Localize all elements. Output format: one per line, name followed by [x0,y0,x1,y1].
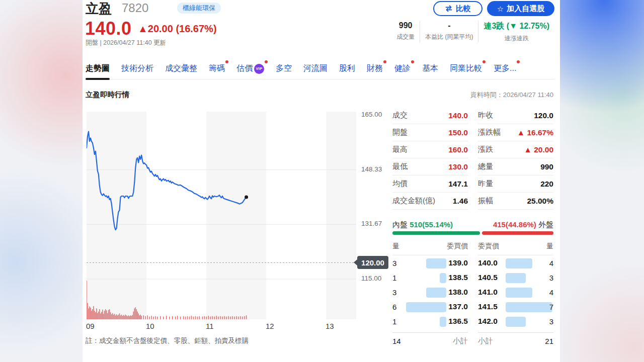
volume-bar [99,309,100,319]
stat-row: 昨收120.0 [478,107,553,124]
volume-bar [195,316,196,319]
stat-value: 130.0 [448,162,468,171]
ask-row[interactable]: 140.04 [478,256,553,271]
tab-item[interactable]: 財務 [367,58,383,79]
stat-row: 成交140.0 [392,107,468,124]
volume-bar [166,316,167,319]
volume-bar [100,313,101,319]
volume-bar [116,314,117,319]
volume-bar [139,315,140,319]
stat-row: 漲跌幅▲ 16.67% [478,124,553,141]
hour-band [266,112,326,319]
volume-bar [132,315,133,320]
stat-value: 150.0 [448,128,468,137]
ask-depth-bar [506,317,526,327]
tab-label: 成交彙整 [165,63,197,74]
intraday-chart[interactable]: 120.00 165.00148.33131.67115.00091011121… [87,112,401,335]
ask-row[interactable]: 141.57 [478,300,553,315]
volume-bar [149,317,150,319]
bid-row[interactable]: 1138.5 [392,271,468,286]
volume-bar [117,315,118,319]
inner-outer-header: 內盤 510(55.14%) 415(44.86%) 外盤 [392,220,553,230]
prev-close-tag: 120.00 [357,256,388,269]
volume-bar [103,314,104,319]
y-axis-tick: 165.00 [361,111,382,118]
inner-label: 內盤 [392,220,408,229]
tab-item[interactable]: 健診 [394,58,411,79]
volume-bar [121,315,122,319]
volume-bar [230,317,231,319]
volume-bar [220,316,221,319]
y-axis-tick: 115.00 [361,275,381,282]
tab-item[interactable]: 河流圖 [303,58,328,79]
volume-bar [110,312,111,319]
volume-bar [191,316,192,319]
update-time: 開盤 | 2026/04/27 11:40 更新 [86,39,166,47]
bid-row[interactable]: 3139.0 [392,256,468,271]
tab-label: 健診 [394,63,411,74]
quick-stat-label: 成交量 [396,33,415,41]
volume-bar [102,310,103,319]
volume-bar [131,316,132,319]
tab-item[interactable]: 更多... [494,58,516,79]
x-axis-tick: 11 [206,322,214,330]
stat-value: 140.0 [448,111,468,120]
compare-button[interactable]: 比較 [433,1,482,16]
tab-item[interactable]: 股利 [339,58,355,79]
y-axis-tick: 148.33 [361,165,382,173]
tab-item[interactable]: 基本 [422,58,438,79]
bid-price: 137.0 [448,302,468,311]
orderbook-asks: 140.04140.53141.04141.57142.03 [478,256,553,329]
stat-label: 均價 [392,179,408,189]
volume-bar [197,317,198,319]
tab-item[interactable]: 估價VIP [236,58,264,79]
tab-item[interactable]: 成交彙整 [165,58,197,79]
tab-item[interactable]: 同業比較 [450,58,482,79]
stat-label: 最低 [392,162,408,171]
stock-name: 立盈 [86,0,112,18]
hour-band [326,112,356,319]
tab-label: 籌碼 [209,63,225,74]
ask-row[interactable]: 140.53 [478,271,553,286]
volume-bar [88,308,89,319]
volume-bar [125,315,126,319]
volume-bar [157,317,158,319]
ask-row[interactable]: 142.03 [478,315,553,329]
volume-bar [126,315,127,319]
ask-qty: 4 [549,288,553,297]
volume-bar [208,316,209,319]
tab-item[interactable]: 技術分析 [121,58,153,79]
volume-bar [108,310,109,320]
stat-row: 最高160.0 [392,141,468,158]
bid-row[interactable]: 3138.0 [392,286,468,300]
volume-bar [133,312,134,319]
last-price-dot [245,196,248,199]
tab-item[interactable]: 籌碼 [209,58,225,79]
bid-total: 14 [392,337,401,345]
bid-row[interactable]: 6137.0 [392,300,468,315]
notification-dot-icon [225,60,228,63]
stat-row: 最低130.0 [392,158,468,175]
volume-bar [204,316,205,319]
industry-tag[interactable]: 櫃綠能環保 [177,3,221,14]
chart-canvas[interactable] [87,112,356,319]
volume-bar [140,315,141,319]
volume-bar [115,315,116,319]
tab-item[interactable]: 多空 [276,58,292,79]
add-watchlist-button[interactable]: ☆ 加入自選股 [487,1,554,16]
bid-depth-bar [426,258,446,268]
volume-bar [236,316,237,319]
section-head: 立盈即時行情 資料時間：2026/04/27 11:40 [86,90,553,100]
volume-bar [107,313,108,319]
volume-bar [136,309,137,319]
ask-row[interactable]: 141.04 [478,286,553,300]
bid-price: 136.5 [448,317,468,326]
volume-bar [163,317,164,319]
volume-bar [175,317,176,319]
stat-row: 振幅25.00% [478,193,553,210]
bid-row[interactable]: 1136.5 [392,315,468,329]
tab-item[interactable]: 走勢圖 [86,58,110,79]
volume-bar [240,316,241,319]
volume-bar [93,306,94,319]
volume-bar [135,307,136,319]
